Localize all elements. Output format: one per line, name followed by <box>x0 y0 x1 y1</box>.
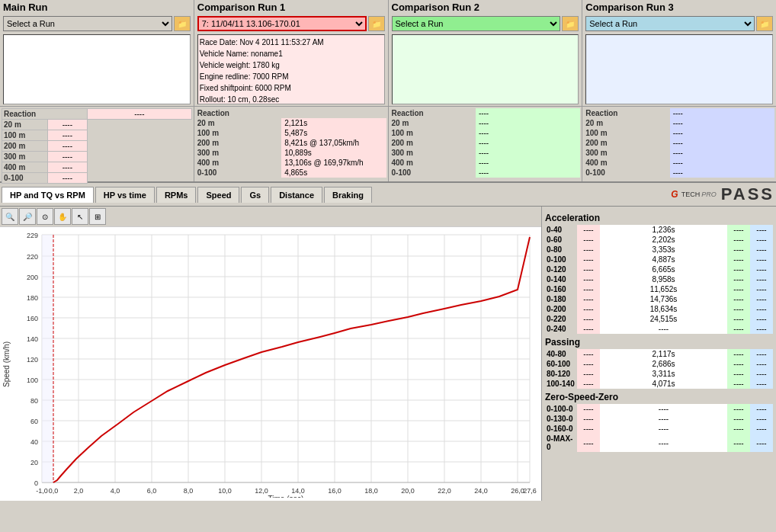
pass-label-40-80: 40-80 <box>545 349 577 359</box>
acceleration-title: Acceleration <box>545 213 773 223</box>
main-run-folder-btn[interactable]: 📁 <box>174 16 191 31</box>
acc-val-0-220: 24,515s <box>600 314 727 324</box>
acc-dash-0-180-main: ---- <box>577 294 600 304</box>
acc-dash-0-180-comp3: ---- <box>750 294 773 304</box>
main-run-selector-row: Select a Run 📁 <box>3 16 191 31</box>
tab-distance[interactable]: Distance <box>271 187 322 203</box>
tab-rpms[interactable]: RPMs <box>156 187 197 203</box>
pass-dash-60-100-comp3: ---- <box>750 359 773 369</box>
zsz-dash-0-max-0-comp3: ---- <box>750 434 773 452</box>
pass-dash-40-80-comp3: ---- <box>750 349 773 359</box>
svg-text:2,0: 2,0 <box>74 487 84 495</box>
zsz-val-0-160-0: ---- <box>600 424 727 434</box>
zoom-out-btn[interactable]: 🔎 <box>19 208 36 225</box>
acc-dash-0-140-comp3: ---- <box>750 274 773 284</box>
pass-dash-100-140-comp2: ---- <box>727 379 750 389</box>
acc-label-0-220: 0-220 <box>545 314 577 324</box>
acc-dash-0-40-comp2: ---- <box>727 225 750 235</box>
pass-dash-100-140-main: ---- <box>577 379 600 389</box>
chart-toolbar: 🔍 🔎 ⊙ ✋ ↖ ⊞ <box>0 207 541 227</box>
acc-dash-0-140-comp2: ---- <box>727 274 750 284</box>
comp1-run-title: Comparison Run 1 <box>194 0 388 14</box>
comp2-run-select[interactable]: Select a Run <box>392 16 561 31</box>
passing-title: Passing <box>545 337 773 348</box>
acc-dash-0-240-comp2: ---- <box>727 324 750 334</box>
acc-label-0-160: 0-160 <box>545 284 577 294</box>
tab-braking[interactable]: Braking <box>324 187 372 203</box>
comp1-run-panel: Comparison Run 1 7: 11/04/11 13.106-170.… <box>194 0 389 106</box>
acc-dash-0-120-main: ---- <box>577 264 600 274</box>
pass-dash-40-80-main: ---- <box>577 349 600 359</box>
svg-text:26,0: 26,0 <box>511 487 524 495</box>
zsz-dash-0-100-0-main: ---- <box>577 404 600 414</box>
svg-text:14,0: 14,0 <box>291 487 305 495</box>
acc-dash-0-120-comp3: ---- <box>750 264 773 274</box>
comp1-run-folder-btn[interactable]: 📁 <box>368 16 385 31</box>
svg-text:60: 60 <box>30 418 38 425</box>
main-run-select[interactable]: Select a Run <box>3 16 172 31</box>
pass-label-100-140: 100-140 <box>545 379 577 389</box>
pass-label-60-100: 60-100 <box>545 359 577 369</box>
comp1-run-info: Race Date: Nov 4 2011 11:53:27 AM Vehicl… <box>197 34 385 104</box>
comp1-run-select[interactable]: 7: 11/04/11 13.106-170.01 <box>197 16 367 31</box>
svg-text:4,0: 4,0 <box>111 487 120 495</box>
acc-label-0-200: 0-200 <box>545 304 577 314</box>
svg-text:40: 40 <box>30 438 38 446</box>
zsz-dash-0-100-0-comp3: ---- <box>750 404 773 414</box>
acc-val-0-160: 11,652s <box>600 284 727 294</box>
tab-gs[interactable]: Gs <box>241 187 269 203</box>
svg-text:27,6: 27,6 <box>523 487 537 495</box>
svg-text:22,0: 22,0 <box>438 487 451 495</box>
svg-text:200: 200 <box>27 274 38 281</box>
acc-dash-0-100-comp2: ---- <box>727 255 750 264</box>
zoom-fit-btn[interactable]: ⊙ <box>37 208 53 225</box>
tab-logo: G TECH PRO PASS <box>671 184 774 204</box>
comp1-stats-panel: Reaction 20 m2,121s 100 m5,487s 200 m8,4… <box>194 107 389 181</box>
svg-text:160: 160 <box>27 315 38 322</box>
acc-dash-0-100-main: ---- <box>577 255 600 264</box>
chart-area: 🔍 🔎 ⊙ ✋ ↖ ⊞ Speed (km/h) <box>0 207 542 501</box>
comp3-run-select[interactable]: Select a Run <box>585 16 755 31</box>
zsz-val-0-130-0: ---- <box>600 414 727 424</box>
comp3-run-folder-btn[interactable]: 📁 <box>756 16 773 31</box>
pass-val-80-120: 3,311s <box>600 369 727 379</box>
zsz-dash-0-130-0-main: ---- <box>577 414 600 424</box>
tab-speed[interactable]: Speed <box>197 187 239 203</box>
acc-dash-0-120-comp2: ---- <box>727 264 750 274</box>
pan-btn[interactable]: ✋ <box>54 208 71 225</box>
zsz-dash-0-160-0-comp2: ---- <box>727 424 750 434</box>
svg-text:12,0: 12,0 <box>255 487 268 495</box>
pass-dash-60-100-main: ---- <box>577 359 600 369</box>
svg-text:120: 120 <box>27 356 38 364</box>
zsz-dash-0-160-0-comp3: ---- <box>750 424 773 434</box>
pass-dash-100-140-comp3: ---- <box>750 379 773 389</box>
comp3-run-title: Comparison Run 3 <box>582 0 776 14</box>
comp2-stats-panel: Reaction---- 20 m---- 100 m---- 200 m---… <box>389 107 583 181</box>
zsz-title: Zero-Speed-Zero <box>545 392 773 402</box>
svg-text:Time (sec): Time (sec) <box>268 495 304 498</box>
svg-text:6,0: 6,0 <box>147 487 157 495</box>
comp3-run-info <box>585 34 773 104</box>
tab-hp-tq-rpm[interactable]: HP and TQ vs RPM <box>2 187 94 203</box>
comp2-run-folder-btn[interactable]: 📁 <box>562 16 579 31</box>
comp2-run-selector-row: Select a Run 📁 <box>392 16 579 31</box>
zsz-val-0-100-0: ---- <box>600 404 727 414</box>
zsz-label-0-160-0: 0-160-0 <box>545 424 577 434</box>
zsz-label-0-max-0: 0-MAX-0 <box>545 434 577 452</box>
zoom-in-btn[interactable]: 🔍 <box>2 208 18 225</box>
main-run-panel: Main Run Select a Run 📁 <box>0 0 194 106</box>
tab-hp-time[interactable]: HP vs time <box>95 187 155 203</box>
comp3-run-panel: Comparison Run 3 Select a Run 📁 <box>582 0 776 106</box>
zsz-label-0-130-0: 0-130-0 <box>545 414 577 424</box>
pass-dash-40-80-comp2: ---- <box>727 349 750 359</box>
acc-label-0-100: 0-100 <box>545 255 577 264</box>
zsz-label-0-100-0: 0-100-0 <box>545 404 577 414</box>
select-btn[interactable]: ↖ <box>72 208 88 225</box>
chart-container: Speed (km/h) <box>0 227 541 501</box>
acc-dash-0-60-comp3: ---- <box>750 235 773 245</box>
svg-rect-0 <box>0 227 541 498</box>
acc-dash-0-160-main: ---- <box>577 284 600 294</box>
acc-dash-0-40-main: ---- <box>577 225 600 235</box>
grid-btn[interactable]: ⊞ <box>89 208 106 225</box>
acc-val-0-140: 8,958s <box>600 274 727 284</box>
